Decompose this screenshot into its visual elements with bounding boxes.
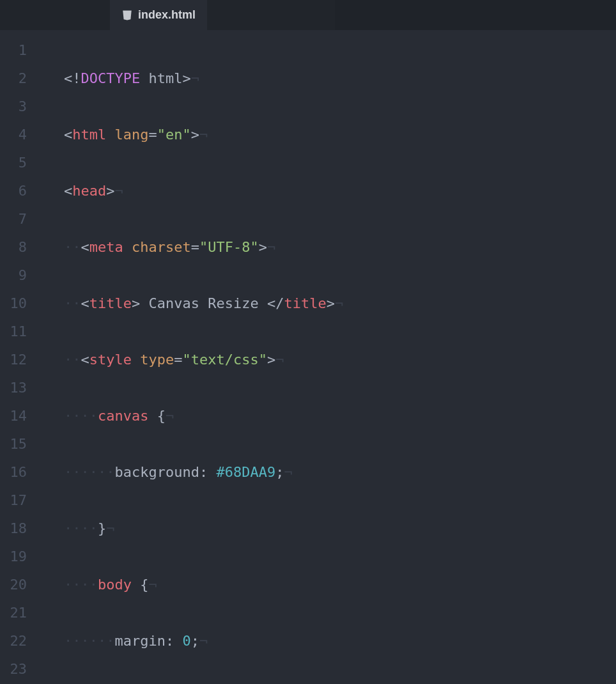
line-number-gutter: 1 2 3 4 5 6 7 8 9 10 11 12 13 14 15 16 1… — [0, 30, 36, 684]
code-line: ··<meta charset="UTF-8">¬ — [64, 233, 616, 261]
line-number: 9 — [0, 261, 27, 290]
tab-bar-right-panel — [335, 0, 616, 30]
line-number: 20 — [0, 571, 27, 599]
code-line: <head>¬ — [64, 177, 616, 205]
line-number: 2 — [0, 65, 27, 93]
tab-filename: index.html — [138, 8, 196, 22]
line-number: 6 — [0, 177, 27, 205]
tab-bar: index.html — [0, 0, 616, 30]
tab-active[interactable]: index.html — [110, 0, 207, 30]
line-number: 21 — [0, 599, 27, 627]
line-number: 1 — [0, 36, 27, 65]
line-number: 19 — [0, 543, 27, 571]
line-number: 16 — [0, 458, 27, 486]
line-number: 18 — [0, 515, 27, 543]
line-number: 12 — [0, 346, 27, 374]
code-line: ······margin: 0;¬ — [64, 627, 616, 655]
code-line: ··<style type="text/css">¬ — [64, 346, 616, 374]
line-number: 4 — [0, 121, 27, 149]
line-number: 13 — [0, 374, 27, 402]
line-number: 17 — [0, 486, 27, 515]
line-number: 7 — [0, 205, 27, 233]
code-line: ····}¬ — [64, 515, 616, 543]
line-number: 15 — [0, 430, 27, 458]
line-number: 11 — [0, 318, 27, 346]
line-number: 23 — [0, 655, 27, 683]
line-number: 10 — [0, 290, 27, 318]
line-number: 14 — [0, 402, 27, 430]
editor[interactable]: 1 2 3 4 5 6 7 8 9 10 11 12 13 14 15 16 1… — [0, 30, 616, 684]
code-line: ····canvas {¬ — [64, 402, 616, 430]
code-line: <!DOCTYPE html>¬ — [64, 65, 616, 93]
code-line: ······background: #68DAA9;¬ — [64, 458, 616, 486]
tab-bar-spacer — [207, 0, 335, 30]
code-area[interactable]: <!DOCTYPE html>¬ <html lang="en">¬ <head… — [36, 30, 616, 684]
line-number: 5 — [0, 149, 27, 177]
code-line: ····body {¬ — [64, 571, 616, 599]
code-line: ··<title> Canvas Resize </title>¬ — [64, 290, 616, 318]
html-file-icon — [121, 10, 133, 21]
line-number: 8 — [0, 233, 27, 261]
code-line: <html lang="en">¬ — [64, 121, 616, 149]
line-number: 22 — [0, 627, 27, 655]
line-number: 3 — [0, 93, 27, 121]
